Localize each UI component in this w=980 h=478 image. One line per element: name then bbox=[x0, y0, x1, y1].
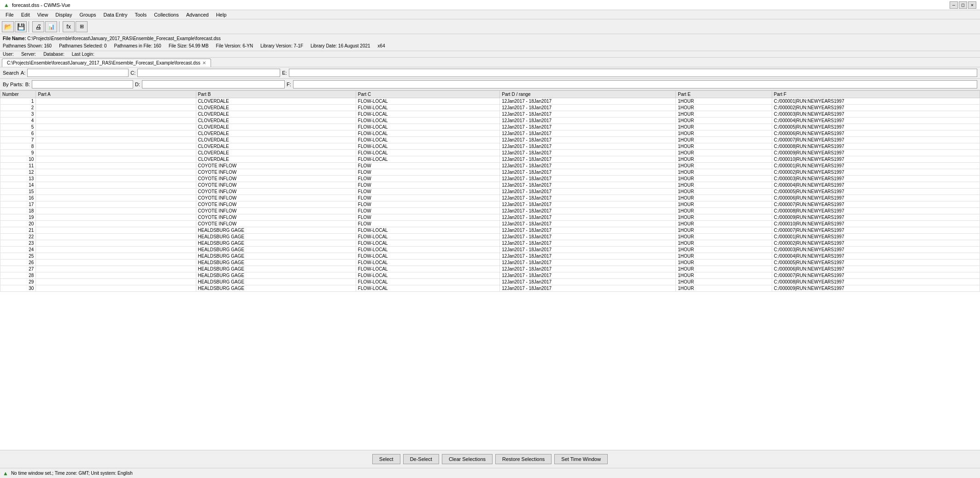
table-cell-27-1 bbox=[36, 272, 196, 279]
table-row[interactable]: 6CLOVERDALEFLOW-LOCAL12Jan2017 - 18Jan20… bbox=[0, 130, 980, 137]
table-row[interactable]: 18COYOTE INFLOWFLOW12Jan2017 - 18Jan2017… bbox=[0, 208, 980, 214]
table-row[interactable]: 15COYOTE INFLOWFLOW12Jan2017 - 18Jan2017… bbox=[0, 189, 980, 195]
table-cell-17-2: COYOTE INFLOW bbox=[196, 208, 356, 214]
table-cell-5-2: CLOVERDALE bbox=[196, 130, 356, 137]
table-cell-23-3: FLOW-LOCAL bbox=[356, 247, 499, 253]
menu-edit[interactable]: Edit bbox=[18, 11, 34, 18]
table-row[interactable]: 13COYOTE INFLOWFLOW12Jan2017 - 18Jan2017… bbox=[0, 176, 980, 182]
table-cell-16-2: COYOTE INFLOW bbox=[196, 201, 356, 208]
clear-selections-button[interactable]: Clear Selections bbox=[442, 454, 493, 464]
table-cell-22-3: FLOW-LOCAL bbox=[356, 240, 499, 247]
toolbar-table-button[interactable]: ⊞ bbox=[76, 21, 88, 32]
table-cell-29-0: 30 bbox=[0, 285, 36, 292]
status-icon: ▲ bbox=[3, 470, 8, 477]
table-row[interactable]: 11COYOTE INFLOWFLOW12Jan2017 - 18Jan2017… bbox=[0, 163, 980, 169]
table-cell-9-5: 1HOUR bbox=[676, 156, 772, 163]
table-row[interactable]: 10CLOVERDALEFLOW-LOCAL12Jan2017 - 18Jan2… bbox=[0, 156, 980, 163]
table-row[interactable]: 28HEALDSBURG GAGEFLOW-LOCAL12Jan2017 - 1… bbox=[0, 272, 980, 279]
table-cell-5-3: FLOW-LOCAL bbox=[356, 130, 499, 137]
menu-advanced[interactable]: Advanced bbox=[182, 11, 212, 18]
table-row[interactable]: 5CLOVERDALEFLOW-LOCAL12Jan2017 - 18Jan20… bbox=[0, 124, 980, 130]
maximize-button[interactable]: □ bbox=[959, 1, 967, 9]
select-button[interactable]: Select bbox=[372, 454, 400, 464]
col-header-part-d: Part D / range bbox=[500, 91, 676, 98]
table-cell-17-3: FLOW bbox=[356, 208, 499, 214]
table-cell-2-4: 12Jan2017 - 18Jan2017 bbox=[500, 111, 676, 118]
search-c-input[interactable] bbox=[137, 69, 280, 77]
menu-file[interactable]: File bbox=[2, 11, 18, 18]
table-row[interactable]: 4CLOVERDALEFLOW-LOCAL12Jan2017 - 18Jan20… bbox=[0, 118, 980, 124]
table-row[interactable]: 3CLOVERDALEFLOW-LOCAL12Jan2017 - 18Jan20… bbox=[0, 111, 980, 118]
table-row[interactable]: 14COYOTE INFLOWFLOW12Jan2017 - 18Jan2017… bbox=[0, 182, 980, 189]
table-row[interactable]: 23HEALDSBURG GAGEFLOW-LOCAL12Jan2017 - 1… bbox=[0, 240, 980, 247]
menu-collections[interactable]: Collections bbox=[150, 11, 182, 18]
minimize-button[interactable]: — bbox=[950, 1, 958, 9]
file-name-label: File Name: C:\Projects\Ensemble\forecast… bbox=[3, 35, 221, 42]
table-cell-24-0: 25 bbox=[0, 253, 36, 260]
table-cell-12-0: 13 bbox=[0, 176, 36, 182]
table-row[interactable]: 12COYOTE INFLOWFLOW12Jan2017 - 18Jan2017… bbox=[0, 169, 980, 176]
table-cell-23-4: 12Jan2017 - 18Jan2017 bbox=[500, 247, 676, 253]
table-cell-14-4: 12Jan2017 - 18Jan2017 bbox=[500, 189, 676, 195]
active-tab[interactable]: C:\Projects\Ensemble\forecast\January_20… bbox=[2, 59, 211, 67]
table-cell-24-2: HEALDSBURG GAGE bbox=[196, 253, 356, 260]
table-cell-28-6: C:/000008|RUN:NEWYEARS1997 bbox=[772, 279, 980, 285]
table-cell-21-6: C:/000001|RUN:NEWYEARS1997 bbox=[772, 234, 980, 240]
menu-tools[interactable]: Tools bbox=[131, 11, 150, 18]
table-cell-22-4: 12Jan2017 - 18Jan2017 bbox=[500, 240, 676, 247]
table-row[interactable]: 1CLOVERDALEFLOW-LOCAL12Jan2017 - 18Jan20… bbox=[0, 98, 980, 105]
table-cell-25-4: 12Jan2017 - 18Jan2017 bbox=[500, 260, 676, 266]
search-d-input[interactable] bbox=[142, 80, 285, 89]
table-cell-27-5: 1HOUR bbox=[676, 272, 772, 279]
table-cell-5-5: 1HOUR bbox=[676, 130, 772, 137]
restore-selections-button[interactable]: Restore Selections bbox=[495, 454, 552, 464]
toolbar-chart-button[interactable]: 📊 bbox=[45, 21, 57, 32]
table-cell-1-4: 12Jan2017 - 18Jan2017 bbox=[500, 105, 676, 111]
table-row[interactable]: 19COYOTE INFLOWFLOW12Jan2017 - 18Jan2017… bbox=[0, 214, 980, 221]
table-row[interactable]: 2CLOVERDALEFLOW-LOCAL12Jan2017 - 18Jan20… bbox=[0, 105, 980, 111]
table-cell-19-6: C:/000010|RUN:NEWYEARS1997 bbox=[772, 221, 980, 227]
toolbar-open-button[interactable]: 📂 bbox=[2, 21, 14, 32]
deselect-button[interactable]: De-Select bbox=[403, 454, 439, 464]
table-row[interactable]: 17COYOTE INFLOWFLOW12Jan2017 - 18Jan2017… bbox=[0, 201, 980, 208]
search-a-input[interactable] bbox=[27, 69, 129, 77]
table-row[interactable]: 8CLOVERDALEFLOW-LOCAL12Jan2017 - 18Jan20… bbox=[0, 143, 980, 150]
table-cell-22-2: HEALDSBURG GAGE bbox=[196, 240, 356, 247]
menu-data-entry[interactable]: Data Entry bbox=[100, 11, 131, 18]
table-cell-20-3: FLOW-LOCAL bbox=[356, 227, 499, 234]
table-row[interactable]: 20COYOTE INFLOWFLOW12Jan2017 - 18Jan2017… bbox=[0, 221, 980, 227]
table-cell-10-6: C:/000001|RUN:NEWYEARS1997 bbox=[772, 163, 980, 169]
table-row[interactable]: 22HEALDSBURG GAGEFLOW-LOCAL12Jan2017 - 1… bbox=[0, 234, 980, 240]
close-button[interactable]: ✕ bbox=[968, 1, 976, 9]
toolbar-save-button[interactable]: 💾 bbox=[15, 21, 27, 32]
table-row[interactable]: 26HEALDSBURG GAGEFLOW-LOCAL12Jan2017 - 1… bbox=[0, 260, 980, 266]
search-f-input[interactable] bbox=[293, 80, 977, 89]
table-cell-8-5: 1HOUR bbox=[676, 150, 772, 156]
table-cell-2-6: C:/000003|RUN:NEWYEARS1997 bbox=[772, 111, 980, 118]
table-cell-13-0: 14 bbox=[0, 182, 36, 189]
table-row[interactable]: 29HEALDSBURG GAGEFLOW-LOCAL12Jan2017 - 1… bbox=[0, 279, 980, 285]
menu-display[interactable]: Display bbox=[52, 11, 76, 18]
tab-close-button[interactable]: ✕ bbox=[202, 60, 206, 65]
search-b-input[interactable] bbox=[32, 80, 133, 89]
table-cell-21-2: HEALDSBURG GAGE bbox=[196, 234, 356, 240]
table-row[interactable]: 21HEALDSBURG GAGEFLOW-LOCAL12Jan2017 - 1… bbox=[0, 227, 980, 234]
table-cell-2-2: CLOVERDALE bbox=[196, 111, 356, 118]
menu-help[interactable]: Help bbox=[212, 11, 230, 18]
toolbar-formula-button[interactable]: fx bbox=[63, 21, 75, 32]
table-row[interactable]: 24HEALDSBURG GAGEFLOW-LOCAL12Jan2017 - 1… bbox=[0, 247, 980, 253]
table-row[interactable]: 27HEALDSBURG GAGEFLOW-LOCAL12Jan2017 - 1… bbox=[0, 266, 980, 272]
table-cell-8-4: 12Jan2017 - 18Jan2017 bbox=[500, 150, 676, 156]
table-cell-13-4: 12Jan2017 - 18Jan2017 bbox=[500, 182, 676, 189]
menu-view[interactable]: View bbox=[34, 11, 52, 18]
table-row[interactable]: 25HEALDSBURG GAGEFLOW-LOCAL12Jan2017 - 1… bbox=[0, 253, 980, 260]
table-row[interactable]: 9CLOVERDALEFLOW-LOCAL12Jan2017 - 18Jan20… bbox=[0, 150, 980, 156]
table-row[interactable]: 30HEALDSBURG GAGEFLOW-LOCAL12Jan2017 - 1… bbox=[0, 285, 980, 292]
set-time-window-button[interactable]: Set Time Window bbox=[554, 454, 608, 464]
search-e-input[interactable] bbox=[289, 69, 977, 77]
menu-groups[interactable]: Groups bbox=[76, 11, 100, 18]
table-row[interactable]: 7CLOVERDALEFLOW-LOCAL12Jan2017 - 18Jan20… bbox=[0, 137, 980, 143]
file-info-bar: File Name: C:\Projects\Ensemble\forecast… bbox=[0, 34, 980, 51]
table-row[interactable]: 16COYOTE INFLOWFLOW12Jan2017 - 18Jan2017… bbox=[0, 195, 980, 201]
toolbar-print-button[interactable]: 🖨 bbox=[32, 21, 44, 32]
